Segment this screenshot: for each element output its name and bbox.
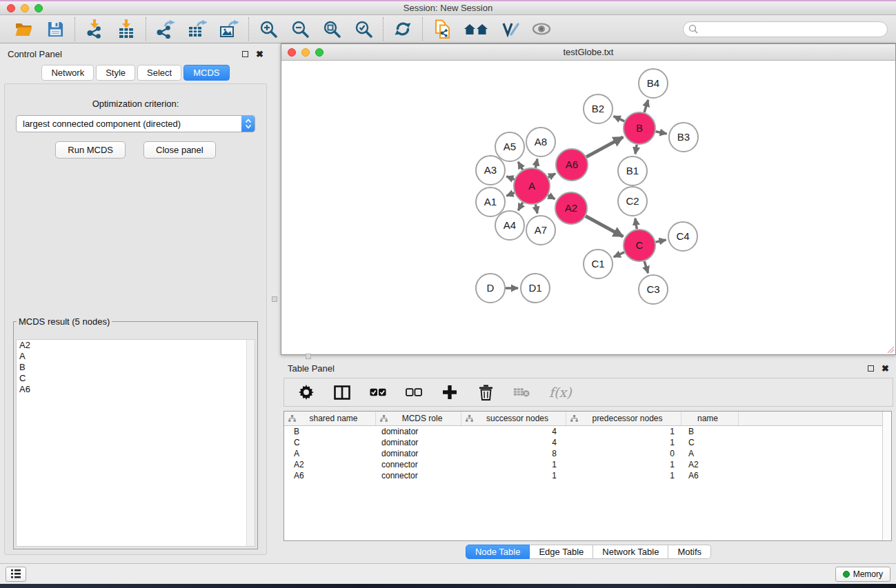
table-cell[interactable]: C	[284, 437, 376, 448]
tab-select[interactable]: Select	[137, 65, 181, 81]
home-view-button[interactable]	[464, 19, 488, 39]
zoom-window-button[interactable]	[34, 4, 43, 12]
search-field[interactable]	[683, 21, 888, 37]
split-panel-button[interactable]	[334, 384, 350, 401]
table-cell[interactable]: A6	[681, 470, 739, 481]
graph-edge-B-B4[interactable]	[644, 100, 648, 112]
table-cell[interactable]: B	[681, 426, 739, 437]
tab-edge-table[interactable]: Edge Table	[530, 545, 593, 559]
table-row[interactable]: A2connector11A2	[284, 459, 891, 470]
float-table-panel-icon[interactable]	[868, 365, 874, 372]
table-cell[interactable]: 0	[566, 448, 681, 459]
table-cell[interactable]: 1	[566, 426, 681, 437]
import-network-button[interactable]	[84, 19, 105, 39]
graph-edge-C-C1[interactable]	[614, 252, 624, 257]
function-builder-button[interactable]: f(x)	[549, 385, 572, 400]
open-session-button[interactable]	[13, 19, 34, 39]
save-session-button[interactable]	[45, 19, 66, 39]
tab-network[interactable]: Network	[41, 65, 94, 81]
table-cell[interactable]: A2	[284, 459, 376, 470]
table-cell[interactable]: 4	[461, 437, 566, 448]
close-network-window-button[interactable]	[288, 48, 296, 57]
table-cell[interactable]: 1	[566, 437, 681, 448]
table-cell[interactable]: 1	[566, 470, 681, 481]
toggle-graphics-details-button[interactable]	[499, 19, 520, 39]
tab-mcds[interactable]: MCDS	[183, 65, 229, 81]
criterion-select[interactable]: largest connected component (directed)	[16, 115, 255, 132]
graph-edge-B-B1[interactable]	[635, 145, 637, 154]
close-panel-button[interactable]: Close panel	[143, 141, 216, 159]
column-header-predecessor-nodes[interactable]: predecessor nodes	[566, 412, 681, 425]
table-cell[interactable]: 4	[461, 426, 566, 437]
graph-edge-A-A5[interactable]	[518, 162, 523, 170]
delete-columns-button[interactable]	[477, 384, 494, 401]
graph-edge-A-A2[interactable]	[548, 195, 555, 199]
table-cell[interactable]: 1	[461, 459, 566, 470]
table-cell[interactable]: dominator	[376, 448, 461, 459]
table-cell[interactable]: 1	[461, 470, 566, 481]
table-cell[interactable]: 8	[461, 448, 566, 459]
table-row[interactable]: Bdominator41B	[284, 426, 891, 437]
import-table-button[interactable]	[116, 19, 137, 39]
tab-network-table[interactable]: Network Table	[593, 545, 668, 559]
close-panel-icon[interactable]: ✖	[256, 50, 263, 59]
table-row[interactable]: A6connector11A6	[284, 470, 891, 481]
duplicate-network-button[interactable]	[432, 19, 452, 39]
mcds-result-item[interactable]: A6	[17, 384, 255, 395]
mcds-result-list[interactable]: A2ABCA6	[16, 339, 255, 547]
mcds-result-item[interactable]: B	[17, 362, 255, 373]
tab-style[interactable]: Style	[96, 65, 135, 81]
deselect-all-button[interactable]	[406, 384, 422, 401]
graph-edge-A2-C[interactable]	[586, 216, 623, 236]
zoom-in-button[interactable]	[258, 19, 279, 39]
close-window-button[interactable]	[7, 4, 15, 12]
graph-edge-A-A8[interactable]	[535, 159, 537, 168]
export-image-button[interactable]	[219, 19, 239, 39]
minimize-window-button[interactable]	[21, 4, 29, 12]
table-cell[interactable]: A	[681, 448, 739, 459]
column-header-name[interactable]: name	[681, 412, 739, 425]
tab-motifs[interactable]: Motifs	[668, 545, 711, 559]
graph-edge-A6-B[interactable]	[586, 137, 623, 157]
column-header-MCDS-role[interactable]: MCDS role	[376, 412, 461, 425]
table-cell[interactable]: B	[284, 426, 376, 437]
graph-edge-C-C2[interactable]	[635, 219, 637, 230]
table-scrollbar[interactable]	[882, 412, 891, 540]
zoom-selected-button[interactable]	[353, 19, 374, 39]
minimize-network-window-button[interactable]	[301, 48, 310, 57]
graph-edge-B-B3[interactable]	[656, 132, 667, 134]
search-input[interactable]	[698, 23, 882, 34]
graph-edge-B-B2[interactable]	[614, 116, 625, 121]
float-panel-icon[interactable]	[242, 51, 248, 57]
table-settings-button[interactable]	[298, 384, 315, 401]
graph-edge-A-A6[interactable]	[548, 174, 555, 178]
vertical-splitter-handle[interactable]	[272, 296, 277, 302]
table-cell[interactable]: dominator	[376, 426, 461, 437]
mcds-result-item[interactable]: C	[17, 373, 255, 384]
table-cell[interactable]: 1	[566, 459, 681, 470]
column-header-shared-name[interactable]: shared name	[284, 412, 376, 425]
network-window-titlebar[interactable]: testGlobe.txt	[281, 44, 895, 61]
mcds-result-item[interactable]: A	[17, 351, 255, 362]
graph-edge-A-A3[interactable]	[506, 176, 514, 179]
node-table[interactable]: shared nameMCDS rolesuccessor nodesprede…	[283, 411, 892, 541]
result-list-scrollbar[interactable]	[246, 340, 255, 546]
mcds-result-item[interactable]: A2	[17, 340, 255, 351]
run-mcds-button[interactable]: Run MCDS	[55, 141, 126, 159]
column-header-successor-nodes[interactable]: successor nodes	[461, 412, 566, 425]
table-row[interactable]: Cdominator41C	[284, 437, 891, 448]
close-table-panel-icon[interactable]: ✖	[882, 364, 889, 373]
select-all-button[interactable]	[370, 384, 386, 401]
task-history-button[interactable]	[6, 567, 26, 582]
delete-table-button[interactable]	[513, 384, 530, 401]
table-cell[interactable]: connector	[376, 470, 461, 481]
table-cell[interactable]: A6	[284, 470, 376, 481]
graph-edge-C-C4[interactable]	[656, 240, 666, 242]
graph-edge-A-A4[interactable]	[518, 203, 523, 211]
graph-edge-C-C3[interactable]	[644, 261, 648, 273]
tab-node-table[interactable]: Node Table	[466, 545, 530, 559]
add-column-button[interactable]	[441, 384, 458, 401]
resize-grip-icon[interactable]	[886, 345, 894, 353]
table-cell[interactable]: A2	[681, 459, 739, 470]
refresh-view-button[interactable]	[392, 19, 413, 39]
